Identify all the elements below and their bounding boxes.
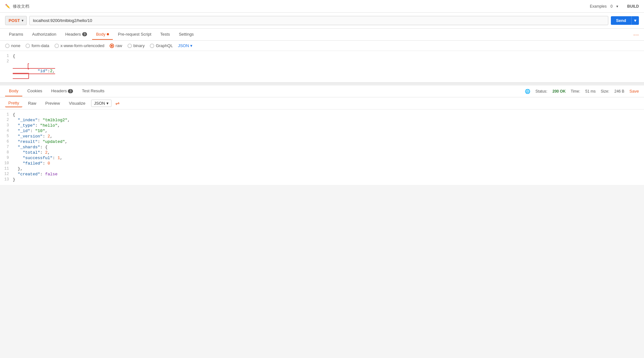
send-button-group: Send ▾ <box>611 16 639 25</box>
radio-none <box>5 44 10 48</box>
tab-body[interactable]: Body <box>92 29 113 40</box>
body-option-formdata[interactable]: form-data <box>25 43 49 48</box>
top-bar-left: ✏️ 修改文档 <box>5 4 29 9</box>
radio-binary <box>127 44 132 48</box>
send-button[interactable]: Send <box>611 16 632 25</box>
resp-format-bar: Pretty Raw Preview Visualize JSON ▾ ⇌ <box>0 97 644 109</box>
examples-count: 0 <box>611 4 613 9</box>
resp-line-6: 6 "result": "updated", <box>0 139 644 144</box>
resp-line-11: 11 }, <box>0 166 644 172</box>
tab-settings-label: Settings <box>179 32 194 37</box>
resp-line-4: 4 "_id": "10", <box>0 128 644 134</box>
resp-line-9: 9 "successful": 1, <box>0 155 644 161</box>
request-tabs: Params Authorization Headers 9 Body Pre-… <box>0 29 644 41</box>
resp-headers-badge: 3 <box>68 89 73 93</box>
body-option-none[interactable]: none <box>5 43 20 48</box>
body-option-binary-label: binary <box>134 43 145 48</box>
time-label: Time: <box>571 89 580 94</box>
tab-headers[interactable]: Headers 9 <box>62 29 91 40</box>
method-label: POST <box>9 18 20 23</box>
wrap-lines-icon[interactable]: ⇌ <box>115 100 119 106</box>
url-bar: POST ▾ Send ▾ <box>0 13 644 29</box>
fmt-raw-button[interactable]: Raw <box>25 100 40 107</box>
chevron-down-icon: ▾ <box>106 101 109 106</box>
chevron-down-icon[interactable]: ▾ <box>616 4 618 9</box>
json-format-dropdown[interactable]: JSON ▾ <box>178 43 192 48</box>
radio-formdata <box>25 44 30 48</box>
resp-line-13: 13 } <box>0 177 644 182</box>
status-label: Status: <box>535 89 547 94</box>
send-arrow-button[interactable]: ▾ <box>632 16 639 25</box>
body-option-urlencoded-label: x-www-form-urlencoded <box>61 43 105 48</box>
tab-tests[interactable]: Tests <box>156 29 174 40</box>
tab-params-label: Params <box>9 32 23 37</box>
top-bar: ✏️ 修改文档 Examples 0 ▾ BUILD <box>0 0 644 13</box>
body-option-raw[interactable]: raw <box>110 43 122 48</box>
tab-body-label: Body <box>96 32 105 37</box>
tab-settings[interactable]: Settings <box>175 29 198 40</box>
resp-tab-body[interactable]: Body <box>5 86 22 96</box>
tab-authorization[interactable]: Authorization <box>28 29 60 40</box>
resp-tab-test-results-label: Test Results <box>82 88 105 93</box>
size-value: 246 B <box>614 89 624 94</box>
resp-tab-test-results[interactable]: Test Results <box>78 86 108 96</box>
time-value: 51 ms <box>585 89 596 94</box>
tab-params[interactable]: Params <box>5 29 27 40</box>
resp-tab-cookies[interactable]: Cookies <box>24 86 46 96</box>
body-option-binary[interactable]: binary <box>127 43 145 48</box>
chevron-down-icon: ▾ <box>634 18 636 23</box>
examples-label[interactable]: Examples <box>590 4 607 9</box>
send-label: Send <box>616 18 626 23</box>
response-body-editor: 1 { 2 "_index": "tmlblog2", 3 "_type": "… <box>0 109 644 185</box>
chevron-down-icon: ▾ <box>190 43 192 48</box>
resp-line-12: 12 "created": false <box>0 172 644 177</box>
tab-prerequest[interactable]: Pre-request Script <box>114 29 155 40</box>
json-format-label: JSON <box>178 43 189 48</box>
tab-tests-label: Tests <box>160 32 170 37</box>
tab-headers-label: Headers <box>65 32 81 37</box>
req-line-2: 2 "id":2, <box>0 59 644 83</box>
radio-graphql <box>150 44 154 48</box>
response-section: Body Cookies Headers 3 Test Results 🌐 St… <box>0 85 644 185</box>
globe-icon: 🌐 <box>525 89 530 94</box>
save-button[interactable]: Save <box>629 89 639 94</box>
body-option-formdata-label: form-data <box>32 43 49 48</box>
resp-tab-headers[interactable]: Headers 3 <box>47 86 77 96</box>
radio-raw <box>110 44 114 48</box>
radio-urlencoded <box>54 44 59 48</box>
method-selector[interactable]: POST ▾ <box>5 16 27 25</box>
resp-tab-cookies-label: Cookies <box>27 88 42 93</box>
url-input[interactable] <box>29 16 608 25</box>
fmt-visualize-button[interactable]: Visualize <box>66 100 89 107</box>
body-option-urlencoded[interactable]: x-www-form-urlencoded <box>54 43 105 48</box>
body-option-raw-label: raw <box>116 43 122 48</box>
size-label: Size: <box>601 89 609 94</box>
resp-line-1: 1 { <box>0 112 644 117</box>
section-divider <box>0 83 644 85</box>
body-dot-indicator <box>107 33 109 35</box>
resp-line-7: 7 "_shards": { <box>0 144 644 150</box>
body-option-graphql[interactable]: GraphQL <box>150 43 173 48</box>
resp-json-label: JSON <box>94 101 105 106</box>
body-option-graphql-label: GraphQL <box>156 43 173 48</box>
body-option-none-label: none <box>11 43 20 48</box>
resp-line-5: 5 "_version": 2, <box>0 134 644 139</box>
request-body-editor[interactable]: 1 { 2 "id":2, 3 "title":"tml文档查看", 4 "co… <box>0 51 644 83</box>
extra-menu-icon[interactable]: ⋯ <box>633 31 639 38</box>
req-line-1: 1 { <box>0 53 644 59</box>
resp-json-dropdown[interactable]: JSON ▾ <box>91 100 112 107</box>
build-label[interactable]: BUILD <box>627 4 639 9</box>
tab-authorization-label: Authorization <box>32 32 56 37</box>
headers-badge: 9 <box>82 32 87 36</box>
response-meta: 🌐 Status: 200 OK Time: 51 ms Size: 246 B… <box>525 89 639 94</box>
status-value: 200 OK <box>553 89 566 94</box>
chevron-down-icon: ▾ <box>22 19 23 22</box>
page-title: 修改文档 <box>13 4 29 9</box>
fmt-preview-button[interactable]: Preview <box>42 100 63 107</box>
resp-line-3: 3 "_type": "hello", <box>0 123 644 128</box>
resp-line-8: 8 "total": 2, <box>0 150 644 155</box>
resp-tab-headers-label: Headers <box>51 88 67 93</box>
edit-icon: ✏️ <box>5 4 10 9</box>
tab-prerequest-label: Pre-request Script <box>118 32 151 37</box>
fmt-pretty-button[interactable]: Pretty <box>5 99 22 107</box>
